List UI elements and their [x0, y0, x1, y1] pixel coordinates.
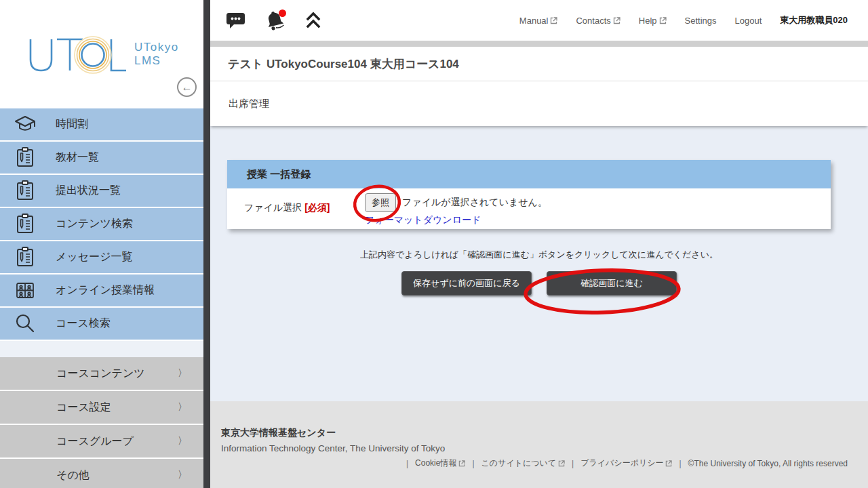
course-title-row: テスト UTokyoCourse104 東大用コース104 — [210, 47, 868, 81]
arrow-left-icon: ← — [182, 81, 193, 94]
chevron-right-icon: 〉 — [178, 401, 187, 413]
footer-cookie-link[interactable]: Cookie情報 — [415, 458, 465, 469]
content-area: 授業 一括登録 ファイル選択 [必須] 参照 ファイルが選択されていません。 フ… — [210, 160, 868, 296]
page-title-row: 出席管理 — [210, 81, 868, 126]
external-link-icon — [558, 460, 565, 467]
sidebar-item-label: オンライン授業情報 — [56, 283, 155, 298]
nav-logout-link[interactable]: Logout — [735, 16, 762, 26]
chevron-right-icon: 〉 — [178, 469, 187, 481]
bell-icon — [263, 9, 288, 32]
footer-copyright: ©The University of Tokyo, All rights res… — [688, 459, 848, 468]
chevron-right-icon: 〉 — [178, 435, 187, 447]
bulk-registration-panel: 授業 一括登録 ファイル選択 [必須] 参照 ファイルが選択されていません。 フ… — [227, 160, 831, 229]
double-chevron-up-icon — [305, 12, 321, 29]
clipboard-icon — [14, 180, 37, 203]
back-without-save-button[interactable]: 保存せずに前の画面に戻る — [401, 271, 532, 296]
external-link-icon — [659, 17, 667, 24]
external-link-icon — [665, 460, 672, 467]
sidebar-item-label: 時間割 — [56, 117, 88, 131]
external-link-icon — [613, 17, 620, 24]
sidebar: UTokyo LMS ← 時間割 — [0, 0, 203, 488]
top-header: Manual Contacts Help Settings Logout 東 — [210, 0, 868, 41]
external-link-icon — [550, 17, 557, 24]
graduation-cap-icon — [14, 113, 37, 136]
sidebar-item-course-settings[interactable]: コース設定 〉 — [0, 391, 203, 424]
no-file-selected-text: ファイルが選択されていません。 — [402, 197, 547, 209]
sidebar-item-label: その他 — [56, 468, 90, 483]
notification-badge — [279, 9, 286, 17]
utol-logo-icon — [27, 37, 129, 75]
sidebar-item-course-group[interactable]: コースグループ 〉 — [0, 425, 203, 458]
sidebar-item-label: メッセージ一覧 — [56, 250, 133, 264]
page-title: 出席管理 — [229, 98, 269, 110]
clipboard-icon — [14, 213, 37, 236]
footer-org-jp: 東京大学情報基盤センター — [221, 427, 848, 439]
sidebar-item-online-class-info[interactable]: オンライン授業情報 — [0, 274, 203, 306]
clipboard-icon — [14, 246, 37, 269]
browse-button[interactable]: 参照 — [365, 193, 396, 212]
footer-links: | Cookie情報 | このサイトについて | プライバシーポリシー | ©T… — [221, 458, 848, 469]
required-badge: [必須] — [304, 202, 330, 213]
action-button-row: 保存せずに前の画面に戻る 確認画面に進む — [210, 271, 868, 296]
logo-subtitle: UTokyo LMS — [134, 41, 179, 67]
notifications-button[interactable] — [263, 9, 288, 32]
footer-org-en: Information Technology Center, The Unive… — [221, 443, 848, 453]
sidebar-item-others[interactable]: その他 〉 — [0, 459, 203, 488]
sidebar-item-course-contents[interactable]: コースコンテンツ 〉 — [0, 357, 203, 390]
logo-area: UTokyo LMS ← — [0, 0, 203, 108]
main-column: Manual Contacts Help Settings Logout 東 — [210, 0, 868, 488]
sidebar-item-label: コースコンテンツ — [56, 367, 145, 381]
utol-lms-app: UTokyo LMS ← 時間割 — [0, 0, 868, 488]
footer-privacy-link[interactable]: プライバシーポリシー — [580, 458, 672, 469]
external-link-icon — [458, 460, 465, 467]
proceed-to-confirm-button[interactable]: 確認画面に進む — [547, 271, 677, 296]
panel-body: ファイル選択 [必須] 参照 ファイルが選択されていません。 フォーマットダウン… — [227, 188, 831, 229]
search-icon — [14, 312, 37, 336]
sidebar-collapse-button[interactable]: ← — [177, 77, 197, 97]
header-nav: Manual Contacts Help Settings Logout 東 — [519, 14, 848, 26]
speech-bubble-icon — [225, 11, 245, 30]
nav-contacts-link[interactable]: Contacts — [576, 16, 620, 26]
sidebar-item-content-search[interactable]: コンテンツ検索 — [0, 208, 203, 240]
sidebar-item-timetable[interactable]: 時間割 — [0, 108, 203, 140]
sidebar-item-messages[interactable]: メッセージ一覧 — [0, 241, 203, 273]
nav-manual-link[interactable]: Manual — [519, 16, 558, 26]
sidebar-item-label: コンテンツ検索 — [56, 217, 133, 231]
online-class-icon — [14, 279, 37, 302]
footer-about-link[interactable]: このサイトについて — [481, 458, 566, 469]
sidebar-item-label: コース設定 — [56, 401, 111, 415]
footer: 東京大学情報基盤センター Information Technology Cent… — [210, 401, 868, 488]
clipboard-icon — [14, 146, 37, 169]
file-input-widget: 参照 ファイルが選択されていません。 フォーマットダウンロード — [365, 193, 547, 226]
nav-settings-link[interactable]: Settings — [685, 16, 717, 26]
panel-header: 授業 一括登録 — [227, 160, 831, 188]
user-name: 東大用教職員020 — [780, 14, 848, 26]
chevron-right-icon: 〉 — [178, 367, 187, 380]
sidebar-item-course-search[interactable]: コース検索 — [0, 308, 203, 340]
course-title: テスト UTokyoCourse104 東大用コース104 — [228, 56, 459, 72]
messages-button[interactable] — [225, 11, 245, 30]
sidebar-item-label: 教材一覧 — [56, 150, 99, 165]
collapse-header-button[interactable] — [305, 12, 321, 29]
sidebar-group-gap — [0, 341, 203, 357]
sidebar-item-materials[interactable]: 教材一覧 — [0, 142, 203, 174]
format-download-link[interactable]: フォーマットダウンロード — [365, 214, 481, 226]
nav-help-link[interactable]: Help — [639, 16, 667, 26]
sidebar-item-submission-status[interactable]: 提出状況一覧 — [0, 175, 203, 207]
instruction-text: 上記内容でよろしければ「確認画面に進む」ボタンをクリックして次に進んでください。 — [210, 249, 868, 261]
sidebar-item-label: 提出状況一覧 — [56, 184, 121, 198]
header-divider-band — [210, 41, 868, 47]
file-select-label: ファイル選択 [必須] — [244, 202, 330, 214]
panel-title: 授業 一括登録 — [247, 168, 311, 181]
sidebar-item-label: コースグループ — [56, 434, 134, 449]
sidebar-item-label: コース検索 — [56, 317, 111, 331]
sidebar-menu: 時間割 教材一覧 提出状況一覧 — [0, 108, 203, 488]
